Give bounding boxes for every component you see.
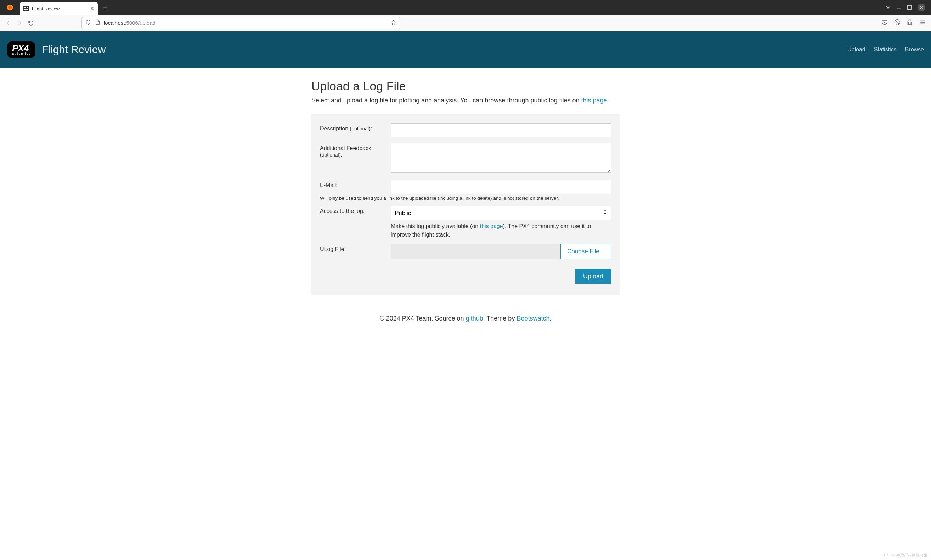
hamburger-menu-icon[interactable] bbox=[920, 19, 926, 27]
minimize-icon[interactable] bbox=[896, 5, 901, 10]
tab-favicon-icon bbox=[23, 6, 29, 11]
main-content: Upload a Log File Select and upload a lo… bbox=[311, 68, 620, 337]
browser-tab[interactable]: Flight Review ✕ bbox=[20, 2, 98, 15]
reload-button[interactable] bbox=[28, 20, 34, 26]
bootswatch-link[interactable]: Bootswatch bbox=[517, 315, 549, 322]
upload-form: Description (optional): Additional Feedb… bbox=[311, 114, 620, 295]
url-text: localhost:5006/upload bbox=[104, 20, 387, 26]
feedback-label: Additional Feedback(optional): bbox=[320, 143, 391, 174]
bookmark-star-icon[interactable] bbox=[391, 20, 396, 26]
page-title: Upload a Log File bbox=[311, 79, 620, 93]
extensions-icon[interactable] bbox=[907, 19, 913, 27]
px4-logo[interactable]: PX4 autopilot bbox=[7, 42, 35, 58]
svg-point-1 bbox=[8, 6, 12, 9]
browser-toolbar: localhost:5006/upload bbox=[0, 15, 931, 31]
choose-file-button[interactable]: Choose File... bbox=[560, 244, 611, 259]
svg-point-8 bbox=[897, 20, 899, 22]
url-bar[interactable]: localhost:5006/upload bbox=[82, 17, 400, 29]
new-tab-button[interactable]: + bbox=[103, 3, 107, 12]
description-input[interactable] bbox=[391, 123, 611, 137]
description-label: Description (optional): bbox=[320, 123, 391, 137]
window-close-icon[interactable] bbox=[917, 3, 925, 11]
upload-button[interactable]: Upload bbox=[576, 269, 611, 284]
feedback-textarea[interactable] bbox=[391, 143, 611, 173]
email-input[interactable] bbox=[391, 180, 611, 194]
shield-icon bbox=[85, 20, 91, 26]
email-label: E-Mail: bbox=[320, 180, 391, 194]
forward-button[interactable] bbox=[16, 20, 23, 26]
browse-link[interactable]: this page bbox=[581, 97, 607, 104]
firefox-icon bbox=[6, 4, 14, 11]
svg-rect-2 bbox=[23, 6, 29, 11]
page-description: Select and upload a log file for plottin… bbox=[311, 97, 620, 104]
svg-rect-3 bbox=[25, 7, 26, 8]
tab-close-icon[interactable]: ✕ bbox=[90, 6, 94, 11]
access-label: Access to the log: bbox=[320, 206, 391, 239]
file-display bbox=[391, 244, 560, 259]
github-link[interactable]: github bbox=[466, 315, 483, 322]
tabs-dropdown-icon[interactable] bbox=[886, 5, 891, 10]
access-help: Make this log publicly available (on thi… bbox=[391, 222, 611, 239]
access-select[interactable]: Public bbox=[391, 206, 611, 220]
app-header: PX4 autopilot Flight Review Upload Stati… bbox=[0, 31, 931, 68]
email-help: Will only be used to send you a link to … bbox=[320, 195, 611, 201]
page-info-icon bbox=[95, 20, 100, 26]
svg-rect-4 bbox=[26, 7, 28, 8]
nav-upload[interactable]: Upload bbox=[847, 46, 865, 53]
back-button[interactable] bbox=[5, 20, 11, 26]
access-help-link[interactable]: this page bbox=[480, 223, 503, 229]
nav-links: Upload Statistics Browse bbox=[847, 46, 924, 53]
nav-browse[interactable]: Browse bbox=[905, 46, 924, 53]
nav-statistics[interactable]: Statistics bbox=[874, 46, 897, 53]
browser-tab-bar: Flight Review ✕ + bbox=[0, 0, 931, 15]
maximize-icon[interactable] bbox=[907, 5, 912, 10]
account-icon[interactable] bbox=[894, 19, 900, 27]
svg-rect-5 bbox=[25, 9, 28, 10]
app-title: Flight Review bbox=[42, 43, 106, 55]
ulog-label: ULog File: bbox=[320, 244, 391, 259]
footer: © 2024 PX4 Team. Source on github. Theme… bbox=[311, 315, 620, 322]
tab-title: Flight Review bbox=[32, 6, 87, 11]
svg-rect-6 bbox=[908, 6, 911, 9]
pocket-icon[interactable] bbox=[882, 19, 888, 27]
